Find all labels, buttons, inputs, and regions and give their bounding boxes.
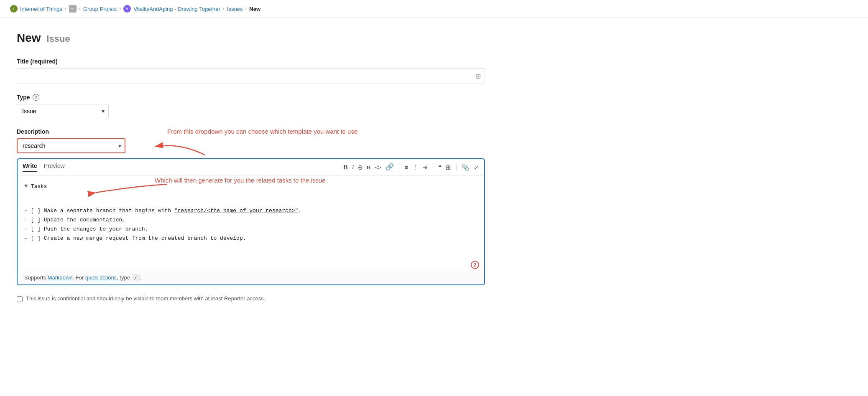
toolbar-divider-2 [433, 163, 433, 171]
breadcrumb-sep-3: › [119, 6, 121, 12]
ol-icon[interactable]: ⋮ [412, 164, 418, 170]
research-link: "research/<the name of your research>" [174, 208, 298, 214]
resize-badge: 2 [471, 261, 479, 269]
footer-quick-link[interactable]: quick actions [85, 274, 117, 281]
template-dropdown[interactable]: research bug feature documentation [17, 138, 125, 153]
editor-line-3: - [ ] Make a separate branch that begins… [24, 206, 477, 216]
confidential-section: This issue is confidential and should on… [17, 295, 485, 302]
project-icon: V [123, 5, 131, 13]
breadcrumb-current: New [249, 6, 260, 12]
toolbar-divider-1 [399, 163, 399, 171]
footer-dot: . [140, 274, 143, 281]
strikethrough-icon[interactable]: S [358, 164, 362, 170]
attach-icon[interactable]: 📎 [462, 164, 470, 170]
code-icon[interactable]: <> [375, 165, 382, 170]
template-dropdown-wrapper: research bug feature documentation [17, 138, 125, 153]
type-select-wrapper: Issue Incident Test Case Task [17, 104, 109, 118]
editor-toolbar: Write Preview B I S H <> 🔗 ≡ ⋮ ⇥ [18, 159, 484, 175]
footer-slash: / [132, 274, 140, 281]
tab-preview[interactable]: Preview [44, 162, 65, 172]
editor-box: Write Preview B I S H <> 🔗 ≡ ⋮ ⇥ [17, 158, 485, 285]
footer-mid: . For [73, 274, 85, 281]
breadcrumb-sep-2: › [79, 6, 81, 12]
help-icon[interactable]: ? [33, 94, 39, 101]
footer-end: , type [117, 274, 130, 281]
editor-content[interactable]: # Tasks - [ ] Make a separate branch tha… [18, 175, 484, 259]
title-input-icon: ⊞ [475, 72, 481, 80]
italic-icon[interactable]: I [352, 164, 354, 170]
breadcrumb-sep-4: › [223, 6, 225, 12]
expand-icon[interactable]: ⤢ [474, 164, 479, 170]
type-select[interactable]: Issue Incident Test Case Task [17, 104, 109, 118]
description-section: Description research bug feature documen… [17, 128, 485, 285]
title-field-label: Title (required) [17, 58, 485, 65]
resize-handle-row: 2 [18, 259, 484, 271]
editor-line-4: - [ ] Update the documentation. [24, 216, 477, 225]
template-annotation-area: research bug feature documentation From [17, 138, 485, 153]
annotation-arrow-1-svg [130, 134, 213, 159]
page-title: New Issue [17, 31, 485, 45]
toolbar-divider-3 [456, 163, 457, 171]
confidential-text: This issue is confidential and should on… [26, 295, 265, 302]
editor-line-1: # Tasks [24, 182, 477, 191]
editor-line-5: - [ ] Push the changes to your branch. [24, 225, 477, 234]
more-icon[interactable]: ··· [69, 5, 77, 13]
heading-icon[interactable]: H [366, 165, 370, 170]
editor-footer: Supports Markdown. For quick actions, ty… [18, 271, 484, 284]
annotation-1-container: From this dropdown you can choose which … [130, 134, 213, 159]
confidential-checkbox[interactable] [17, 296, 23, 302]
org-icon: I [10, 5, 18, 13]
editor-line-2 [24, 195, 477, 204]
editor-tabs: Write Preview [23, 162, 65, 172]
editor-outer: Which will then generate for you the rel… [17, 158, 485, 285]
type-label: Type ? [17, 94, 485, 101]
title-input-wrapper: ⊞ [17, 68, 485, 84]
indent-icon[interactable]: ⇥ [422, 164, 428, 170]
table-icon[interactable]: ⊞ [446, 164, 451, 170]
breadcrumb: I Internet of Things › ··· › Group Proje… [0, 0, 868, 18]
breadcrumb-sep-1: › [65, 6, 66, 12]
editor-line-6: - [ ] Create a new merge request from th… [24, 234, 477, 243]
breadcrumb-issues[interactable]: Issues [227, 6, 243, 12]
ul-icon[interactable]: ≡ [404, 164, 408, 170]
breadcrumb-repo[interactable]: VitalityAndAging - Drawing Together [133, 6, 220, 12]
bold-icon[interactable]: B [343, 164, 347, 170]
link-icon[interactable]: 🔗 [385, 164, 394, 170]
footer-markdown-link[interactable]: Markdown [48, 274, 73, 281]
breadcrumb-sep-5: › [245, 6, 247, 12]
type-section: Type ? Issue Incident Test Case Task [17, 94, 485, 118]
quote-icon[interactable]: ❝ [438, 164, 442, 170]
title-input[interactable] [17, 68, 485, 84]
breadcrumb-org[interactable]: Internet of Things [20, 6, 62, 12]
description-label: Description [17, 128, 485, 135]
tab-write[interactable]: Write [23, 162, 37, 172]
toolbar-icons: B I S H <> 🔗 ≡ ⋮ ⇥ ❝ ⊞ 📎 [343, 163, 479, 171]
breadcrumb-project[interactable]: Group Project [83, 6, 117, 12]
page-title-emoji: Issue [46, 33, 70, 44]
footer-supports: Supports [24, 274, 48, 281]
